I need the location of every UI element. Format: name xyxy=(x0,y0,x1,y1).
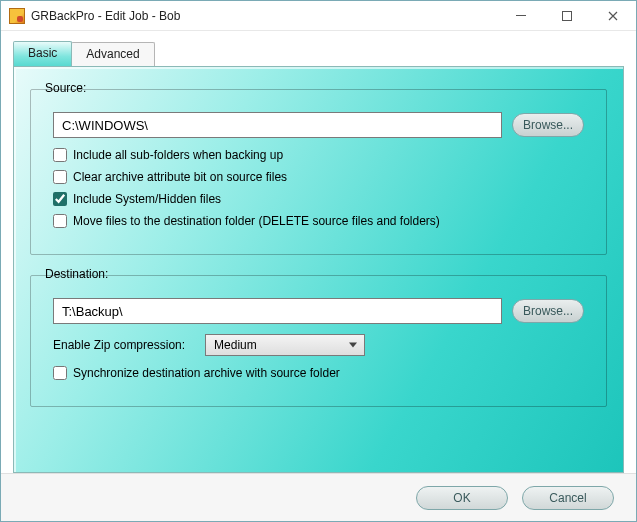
window: GRBackPro - Edit Job - Bob Basic Advance… xyxy=(0,0,637,522)
group-destination-legend: Destination: xyxy=(41,267,112,281)
tab-advanced[interactable]: Advanced xyxy=(71,42,154,66)
close-icon xyxy=(608,11,618,21)
group-destination: Destination: Browse... Enable Zip compre… xyxy=(30,275,607,407)
zip-compression-label: Enable Zip compression: xyxy=(53,338,185,352)
group-source: Source: Browse... Include all sub-folder… xyxy=(30,89,607,255)
destination-browse-button[interactable]: Browse... xyxy=(512,299,584,323)
checkbox-sync-archive[interactable]: Synchronize destination archive with sou… xyxy=(53,366,584,380)
maximize-icon xyxy=(562,11,572,21)
checkbox-move-delete-input[interactable] xyxy=(53,214,67,228)
checkbox-move-delete-label: Move files to the destination folder (DE… xyxy=(73,214,440,228)
app-icon xyxy=(9,8,25,24)
tabstrip: Basic Advanced xyxy=(1,31,636,66)
zip-compression-value: Medium xyxy=(214,338,257,352)
svg-rect-0 xyxy=(516,15,526,16)
minimize-button[interactable] xyxy=(498,1,544,31)
svg-rect-1 xyxy=(563,11,572,20)
checkbox-include-subfolders[interactable]: Include all sub-folders when backing up xyxy=(53,148,584,162)
checkbox-sync-archive-input[interactable] xyxy=(53,366,67,380)
tabpage-basic: Source: Browse... Include all sub-folder… xyxy=(13,66,624,473)
group-source-legend: Source: xyxy=(41,81,90,95)
client-area: Basic Advanced Source: Browse... Include… xyxy=(1,31,636,521)
maximize-button[interactable] xyxy=(544,1,590,31)
checkbox-clear-archive-label: Clear archive attribute bit on source fi… xyxy=(73,170,287,184)
zip-compression-select[interactable]: Medium xyxy=(205,334,365,356)
cancel-button[interactable]: Cancel xyxy=(522,486,614,510)
tab-basic[interactable]: Basic xyxy=(13,41,72,66)
checkbox-include-subfolders-label: Include all sub-folders when backing up xyxy=(73,148,283,162)
titlebar: GRBackPro - Edit Job - Bob xyxy=(1,1,636,31)
ok-button[interactable]: OK xyxy=(416,486,508,510)
minimize-icon xyxy=(516,11,526,21)
checkbox-move-delete[interactable]: Move files to the destination folder (DE… xyxy=(53,214,584,228)
checkbox-clear-archive[interactable]: Clear archive attribute bit on source fi… xyxy=(53,170,584,184)
dialog-footer: OK Cancel xyxy=(1,473,636,521)
source-browse-button[interactable]: Browse... xyxy=(512,113,584,137)
close-button[interactable] xyxy=(590,1,636,31)
window-title: GRBackPro - Edit Job - Bob xyxy=(31,9,180,23)
checkbox-include-subfolders-input[interactable] xyxy=(53,148,67,162)
source-path-input[interactable] xyxy=(53,112,502,138)
destination-path-input[interactable] xyxy=(53,298,502,324)
checkbox-include-hidden-label: Include System/Hidden files xyxy=(73,192,221,206)
checkbox-sync-archive-label: Synchronize destination archive with sou… xyxy=(73,366,340,380)
checkbox-include-hidden[interactable]: Include System/Hidden files xyxy=(53,192,584,206)
checkbox-clear-archive-input[interactable] xyxy=(53,170,67,184)
checkbox-include-hidden-input[interactable] xyxy=(53,192,67,206)
